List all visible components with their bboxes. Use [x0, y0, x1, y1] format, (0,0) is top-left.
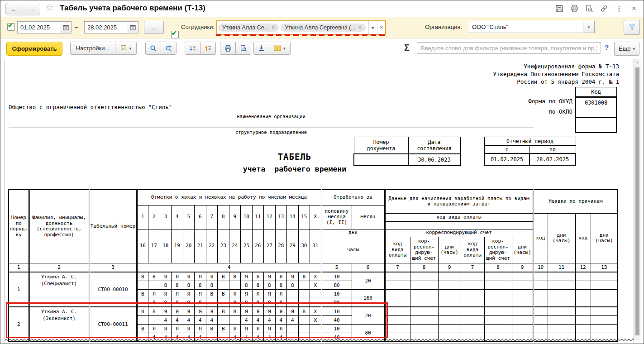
print-icon[interactable] [570, 4, 579, 13]
date-from-input[interactable] [18, 22, 60, 33]
absence-cell [533, 325, 548, 333]
print-button[interactable] [220, 42, 236, 55]
pay-data-cell [385, 272, 410, 281]
employee-tag[interactable]: Уткина Алла Сергеевна (... × [281, 24, 365, 32]
dropdown-button[interactable]: ▾ [368, 21, 377, 34]
employee-tag[interactable]: Уткина Алла Се... × [218, 24, 279, 32]
day-mark-cell: 8 [206, 281, 218, 290]
day-mark-cell: В [137, 272, 148, 281]
more-menu-icon[interactable]: ⋮ [615, 4, 624, 13]
day-mark-cell: Я [287, 272, 299, 281]
okpo-value [576, 108, 616, 118]
expand-groups-button[interactable] [185, 42, 200, 55]
save-file-button[interactable] [253, 42, 269, 55]
favorite-star-icon[interactable]: ☆ [45, 2, 54, 13]
report-variants-button[interactable]: ▾ [115, 42, 137, 55]
link-icon[interactable] [600, 4, 609, 13]
day-mark-cell: В [137, 307, 148, 316]
column-number: 12 [575, 263, 591, 272]
pay-data-cell [385, 298, 410, 307]
organization-name: Общество с ограниченной ответственностью… [9, 104, 172, 110]
vertical-scrollbar[interactable]: ▲ [634, 59, 640, 340]
calendar-button[interactable] [127, 22, 138, 33]
half-month-total-cell: 10 [321, 325, 352, 333]
day-mark-cell: Я [229, 290, 241, 298]
column-number: 11 [548, 263, 575, 272]
column-number: 9 [438, 263, 461, 272]
help-button[interactable]: ? [605, 43, 609, 51]
day-column-header: 9 [229, 205, 241, 229]
period-from-value: 01.02.2025 [484, 153, 530, 165]
filter-bar: ✔ – ... ✔ Сотрудники: Уткина Алла Се... … [0, 17, 644, 38]
employee-tab-number: СТ00-00010 [89, 272, 137, 307]
search-button[interactable] [145, 42, 161, 55]
settings-button[interactable]: Настройки... [70, 42, 115, 55]
day-mark-cell [229, 316, 241, 325]
day-mark-cell: Я [183, 325, 195, 333]
day-mark-cell: Я [264, 307, 276, 316]
organization-dropdown-button[interactable]: ▾ [583, 21, 594, 33]
close-icon[interactable]: × [630, 4, 639, 13]
send-email-button[interactable]: ▾ [269, 42, 291, 55]
day-mark-cell: Я [195, 272, 206, 281]
date-to-input[interactable] [85, 22, 127, 33]
day-column-header: 26 [252, 229, 264, 263]
absence-cell [591, 307, 618, 316]
header-half-month: половину месяца (I, II) [321, 205, 352, 229]
print-preview-button[interactable] [235, 42, 251, 55]
day-mark-cell [229, 281, 241, 290]
timesheet-table: Номер по поряд-ку Фамилия, инициалы, дол… [8, 189, 618, 342]
preview-icon [240, 45, 247, 52]
period-options-button[interactable]: ... [144, 21, 164, 34]
half-month-total-cell: 10 [321, 272, 352, 281]
header-sub-pay-code: код вида оплаты [461, 237, 484, 263]
pay-data-cell [512, 307, 533, 316]
header-pay-data: Данные для начисления заработной платы п… [385, 190, 533, 213]
day-column-header: 4 [172, 205, 183, 229]
scrollbar-thumb[interactable] [635, 67, 639, 335]
tag-remove-icon[interactable]: × [358, 24, 362, 31]
save-icon[interactable] [555, 4, 564, 13]
organization-input[interactable] [469, 21, 583, 33]
forward-icon: → [28, 5, 35, 13]
half-month-total-cell: 10 [321, 290, 352, 298]
day-mark-cell [298, 298, 310, 307]
totals-sigma-button[interactable]: Σ [404, 43, 410, 53]
header-absence-days: дни (часы) [591, 213, 618, 263]
search-next-button[interactable] [161, 42, 177, 55]
header-sub-pay-account: кор-респон-дирую-щий счет [484, 237, 512, 263]
header-pay-account: корреспондирующий счет [385, 229, 533, 237]
pay-data-cell [461, 281, 484, 290]
day-mark-cell: Я [252, 307, 264, 316]
column-number: 6 [352, 263, 385, 272]
more-actions-button[interactable]: Еще▾ [614, 42, 639, 56]
half-month-total-cell: 40 [321, 316, 352, 325]
clear-button[interactable]: × [377, 21, 386, 34]
day-mark-cell: Я [148, 290, 160, 298]
day-mark-cell: 8 [195, 281, 206, 290]
scroll-up-icon[interactable]: ▲ [636, 61, 639, 64]
employees-field[interactable]: Уткина Алла Се... × Уткина Алла Сергеевн… [216, 20, 386, 35]
tag-remove-icon[interactable]: × [272, 24, 275, 31]
day-mark-cell: Я [160, 290, 172, 298]
employees-checkbox[interactable]: ✔ [171, 31, 179, 38]
day-mark-cell: 8 [172, 281, 183, 290]
calendar-button[interactable] [60, 22, 71, 33]
day-mark-cell: 8 [287, 281, 299, 290]
filter-settings-button[interactable] [624, 20, 640, 35]
print-preview-icon[interactable] [585, 4, 594, 13]
day-column-header: 15 [298, 205, 310, 229]
back-button[interactable]: ← [6, 3, 23, 15]
row-number: 1 [9, 272, 29, 307]
collapse-groups-button[interactable] [200, 42, 216, 55]
day-column-header: 31 [310, 229, 322, 263]
quick-filter-input[interactable] [417, 42, 601, 54]
half-month-total-cell: 80 [321, 281, 352, 290]
day-column-header: 8 [218, 205, 229, 229]
generate-button[interactable]: Сформировать [6, 42, 62, 56]
pay-data-cell [410, 298, 438, 307]
day-mark-cell: 4 [287, 316, 299, 325]
forward-button[interactable]: → [23, 3, 40, 15]
period-header: Отчетный период [484, 137, 576, 146]
period-checkbox[interactable]: ✔ [7, 23, 15, 31]
